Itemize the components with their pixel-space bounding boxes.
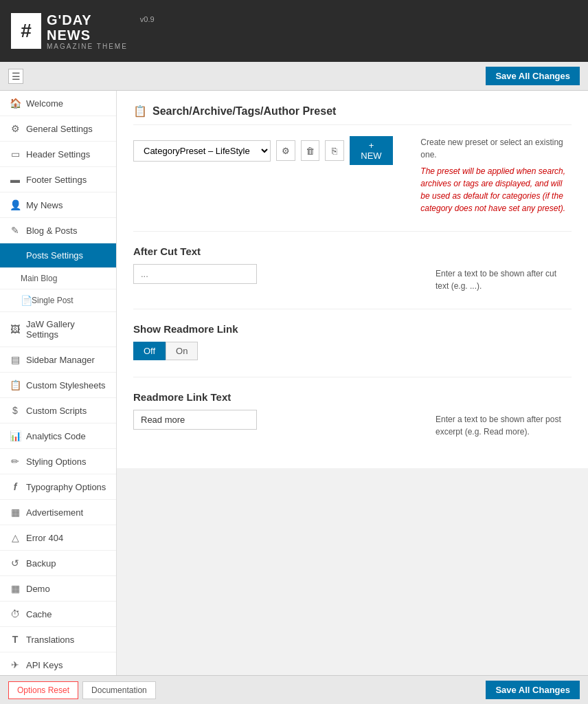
cache-icon: ⏱ [10, 608, 21, 619]
script-icon: $ [10, 405, 21, 416]
preset-settings-button[interactable]: ⚙ [276, 140, 295, 161]
logo-hash: # [11, 13, 41, 49]
doc-icon: 📄 [21, 295, 32, 306]
typography-icon: f [10, 481, 21, 492]
sidebar-item-label: Header Settings [26, 149, 90, 160]
home-icon: 🏠 [10, 98, 21, 109]
sidebar-item-footer-settings[interactable]: ▬ Footer Settings [0, 167, 116, 192]
header-icon: ▭ [10, 148, 21, 160]
grid-toggle-icon[interactable]: ☰ [8, 69, 23, 84]
sidebar-item-label: My News [26, 200, 63, 210]
preset-help-main: Create new preset or select an existing … [420, 136, 572, 161]
top-bar-left: ☰ [8, 69, 23, 84]
translations-icon: T [10, 634, 21, 645]
after-cut-text-input[interactable] [133, 264, 257, 284]
toggle-on-button[interactable]: On [166, 342, 198, 360]
sidebar-item-label: Demo [26, 584, 50, 594]
sidebar-item-label: Analytics Code [26, 431, 86, 441]
sidebar-item-label: Welcome [26, 98, 63, 109]
options-reset-button[interactable]: Options Reset [8, 681, 78, 699]
sidebar-item-label: Posts Settings [26, 250, 83, 261]
section-title-icon: 📋 [133, 104, 147, 118]
backup-icon: ↺ [10, 558, 21, 569]
sidebar-item-advertisement[interactable]: ▦ Advertisement [0, 500, 116, 525]
divider-3 [133, 377, 572, 377]
gear-icon: ⚙ [10, 123, 21, 134]
sidebar-item-styling-options[interactable]: ✏ Styling Options [0, 449, 116, 474]
sidebar-item-label: Cache [26, 609, 52, 619]
readmore-link-text-label: Readmore Link Text [133, 391, 422, 403]
footer-bar: Options Reset Documentation Save All Cha… [0, 675, 588, 704]
edit-icon: ✎ [10, 225, 21, 236]
footer-icon: ▬ [10, 174, 21, 185]
after-cut-text-left: After Cut Text [133, 245, 422, 292]
sidebar-sub-label: Main Blog [21, 274, 57, 283]
show-readmore-help [436, 323, 572, 360]
error-icon: △ [10, 532, 21, 543]
version-label: v0.9 [140, 15, 155, 23]
logo-subtitle: MAGAZINE THEME [47, 43, 128, 50]
save-all-button-top[interactable]: Save All Changes [486, 67, 580, 85]
after-cut-text-row: After Cut Text Enter a text to be shown … [133, 245, 572, 292]
readmore-link-text-input[interactable] [133, 410, 257, 430]
sidebar-sub-label: Single Post [32, 296, 74, 305]
preset-copy-button[interactable]: ⎘ [325, 140, 344, 161]
sidebar-item-label: General Settings [26, 124, 93, 134]
styling-icon: ✏ [10, 456, 21, 467]
sidebar-item-label: Styling Options [26, 456, 86, 467]
preset-select[interactable]: CategoryPreset – LifeStyle [133, 140, 271, 162]
sidebar-item-blog-posts[interactable]: ✎ Blog & Posts [0, 218, 116, 243]
stylesheet-icon: 📋 [10, 380, 21, 390]
show-readmore-toggle: Off On [133, 342, 422, 360]
sidebar-item-cache[interactable]: ⏱ Cache [0, 602, 116, 627]
sidebar-item-label: Error 404 [26, 533, 63, 543]
app-header: # G'DAYNEWS MAGAZINE THEME v0.9 [0, 0, 588, 62]
after-cut-text-help: Enter a text to be shown after cut text … [436, 245, 572, 292]
sidebar-item-my-news[interactable]: 👤 My News [0, 192, 116, 218]
preset-help-note: The preset will be applied when search, … [420, 165, 572, 214]
sidebar-item-general-settings[interactable]: ⚙ General Settings [0, 116, 116, 142]
ad-icon: ▦ [10, 507, 21, 518]
sidebar-item-label: Advertisement [26, 507, 83, 518]
divider-2 [133, 309, 572, 309]
preset-delete-button[interactable]: 🗑 [301, 140, 320, 161]
sidebar-item-label: Custom Scripts [26, 406, 87, 416]
logo: # G'DAYNEWS MAGAZINE THEME v0.9 [11, 12, 155, 50]
save-all-button-footer[interactable]: Save All Changes [486, 681, 580, 699]
sidebar-item-demo[interactable]: ▦ Demo [0, 576, 116, 602]
sidebar-item-header-settings[interactable]: ▭ Header Settings [0, 142, 116, 167]
sidebar-item-label: API Keys [26, 660, 63, 670]
sidebar-item-single-post[interactable]: 📄 Single Post [0, 289, 116, 312]
sidebar-item-jaw-gallery[interactable]: 🖼 JaW Gallery Settings [0, 312, 116, 347]
readmore-link-text-help: Enter a text to be shown after post exce… [436, 391, 572, 438]
documentation-button[interactable]: Documentation [82, 681, 156, 699]
show-readmore-label: Show Readmore Link [133, 323, 422, 335]
sidebar-item-error-404[interactable]: △ Error 404 [0, 525, 116, 551]
section-title-text: Search/Archive/Tags/Author Preset [152, 105, 336, 118]
sidebar: 🏠 Welcome ⚙ General Settings ▭ Header Se… [0, 91, 117, 675]
analytics-icon: 📊 [10, 430, 21, 441]
sidebar-item-label: Sidebar Manager [26, 355, 95, 365]
sidebar-item-api-keys[interactable]: ✈ API Keys [0, 652, 116, 675]
sidebar-item-analytics-code[interactable]: 📊 Analytics Code [0, 424, 116, 449]
sidebar-item-backup[interactable]: ↺ Backup [0, 551, 116, 576]
preset-new-button[interactable]: + NEW [350, 136, 394, 165]
sidebar-item-custom-stylesheets[interactable]: 📋 Custom Stylesheets [0, 373, 116, 398]
main-layout: 🏠 Welcome ⚙ General Settings ▭ Header Se… [0, 91, 588, 675]
toggle-off-button[interactable]: Off [133, 342, 166, 360]
show-readmore-left: Show Readmore Link Off On [133, 323, 422, 360]
readmore-link-text-left: Readmore Link Text [133, 391, 422, 438]
sidebar-item-welcome[interactable]: 🏠 Welcome [0, 91, 116, 116]
content-inner: 📋 Search/Archive/Tags/Author Preset Cate… [117, 91, 588, 468]
api-icon: ✈ [10, 659, 21, 670]
demo-icon: ▦ [10, 583, 21, 594]
sidebar-item-main-blog[interactable]: Main Blog [0, 268, 116, 289]
sidebar-item-typography-options[interactable]: f Typography Options [0, 474, 116, 500]
section-title: 📋 Search/Archive/Tags/Author Preset [133, 104, 572, 125]
sidebar-item-sidebar-manager[interactable]: ▤ Sidebar Manager [0, 347, 116, 373]
sidebar-item-custom-scripts[interactable]: $ Custom Scripts [0, 398, 116, 424]
user-icon: 👤 [10, 199, 21, 210]
sidebar-item-label: Translations [26, 635, 74, 645]
sidebar-item-posts-settings[interactable]: Posts Settings [0, 243, 116, 268]
sidebar-item-translations[interactable]: T Translations [0, 627, 116, 652]
